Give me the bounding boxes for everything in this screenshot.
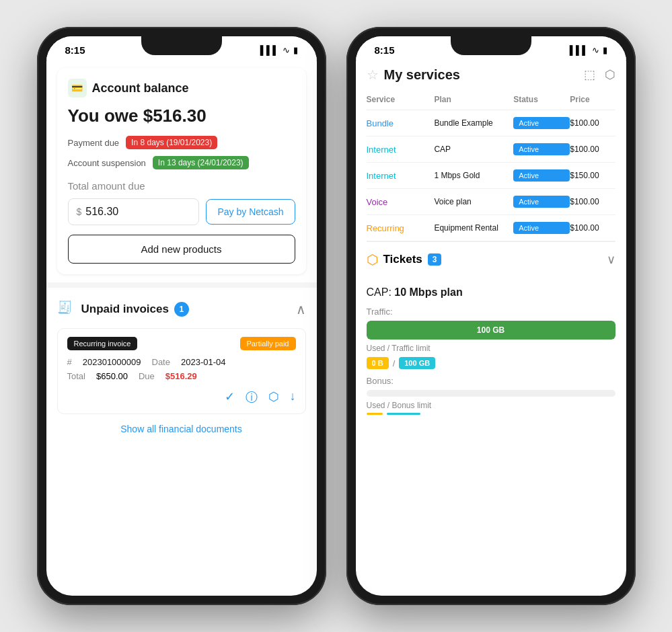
divider bbox=[46, 282, 317, 288]
collapse-icon[interactable]: ∧ bbox=[296, 301, 306, 317]
plan-equipment: Equipment Rental bbox=[434, 223, 513, 233]
battery-icon: ▮ bbox=[293, 45, 298, 55]
invoice-actions: ✓ ⓘ ⬡ ↓ bbox=[67, 389, 296, 405]
services-header-left: ☆ My services bbox=[367, 67, 460, 83]
invoices-section: 🧾 Unpaid invoices 1 ∧ Recurring invoice … bbox=[46, 290, 317, 444]
phones-container: 8:15 ▌▌▌ ∿ ▮ 💳 Account balance You owe $… bbox=[37, 27, 636, 605]
traffic-progress-container: 100 GB bbox=[367, 321, 615, 340]
invoice-number-hash: # bbox=[67, 357, 72, 367]
chart-icon[interactable]: ⬚ bbox=[584, 67, 595, 82]
price-recurring: $100.00 bbox=[570, 223, 615, 233]
payment-due-label: Payment due bbox=[68, 138, 120, 148]
header-actions: ⬚ ⬡ bbox=[584, 67, 615, 82]
status-bundle: Active bbox=[513, 117, 570, 129]
total-label-inv: Total bbox=[67, 371, 85, 381]
bonus-underline bbox=[367, 413, 615, 415]
account-balance-card: 💳 Account balance You owe $516.30 Paymen… bbox=[57, 68, 306, 274]
status-internet2: Active bbox=[513, 169, 570, 182]
notch-left bbox=[141, 36, 222, 55]
download-icon[interactable]: ↓ bbox=[290, 389, 296, 405]
tickets-title: Tickets bbox=[383, 253, 422, 266]
price-internet1: $100.00 bbox=[570, 145, 615, 154]
invoice-tags: Recurring invoice Partially paid bbox=[67, 337, 296, 350]
invoice-total: $650.00 bbox=[96, 371, 128, 381]
col-status: Status bbox=[513, 95, 570, 104]
services-header: ☆ My services ⬚ ⬡ bbox=[356, 60, 626, 91]
invoices-title: Unpaid invoices bbox=[81, 303, 169, 316]
invoices-header-left: 🧾 Unpaid invoices 1 bbox=[57, 300, 189, 319]
left-content: 💳 Account balance You owe $516.30 Paymen… bbox=[46, 60, 317, 596]
table-row[interactable]: Bundle Bundle Example Active $100.00 bbox=[367, 110, 615, 136]
service-name-internet1: Internet bbox=[367, 145, 435, 155]
invoice-card: Recurring invoice Partially paid # 20230… bbox=[57, 328, 306, 414]
col-service: Service bbox=[367, 95, 435, 104]
traffic-value: 100 GB bbox=[477, 325, 505, 335]
cap-plan-name: 10 Mbps plan bbox=[394, 286, 462, 298]
limit-badge: 100 GB bbox=[399, 357, 435, 369]
table-row[interactable]: Voice Voice plan Active $100.00 bbox=[367, 189, 615, 215]
amount-value-display: $516.30 bbox=[143, 106, 207, 126]
table-row[interactable]: Internet CAP Active $100.00 bbox=[367, 136, 615, 163]
tickets-icon: ⬡ bbox=[367, 251, 378, 268]
suspension-row: Account suspension In 13 days (24/01/202… bbox=[68, 156, 295, 169]
show-all-link[interactable]: Show all financial documents bbox=[57, 424, 306, 434]
export-icon[interactable]: ⬡ bbox=[605, 67, 615, 82]
total-amount-label: Total amount due bbox=[68, 180, 295, 192]
pay-netcash-button[interactable]: Pay by Netcash bbox=[206, 199, 295, 225]
checkmark-icon[interactable]: ✓ bbox=[225, 389, 235, 405]
amount-input[interactable]: $ 516.30 bbox=[68, 198, 200, 225]
star-icon[interactable]: ☆ bbox=[367, 67, 379, 83]
input-amount: 516.30 bbox=[85, 206, 118, 218]
services-table-wrapper: Service Plan Status Price Bundle Bundle … bbox=[356, 91, 626, 241]
invoices-header: 🧾 Unpaid invoices 1 ∧ bbox=[57, 300, 306, 319]
col-plan: Plan bbox=[434, 95, 513, 104]
suspension-badge: In 13 days (24/01/2023) bbox=[153, 156, 249, 169]
partial-tag: Partially paid bbox=[240, 337, 296, 350]
invoice-date-label: Date bbox=[152, 357, 170, 367]
wifi-icon: ∿ bbox=[283, 45, 290, 55]
balance-title: Account balance bbox=[92, 81, 189, 95]
plan-cap: CAP bbox=[434, 145, 513, 154]
time-left: 8:15 bbox=[65, 44, 85, 56]
used-badge: 0 B bbox=[367, 357, 389, 369]
tickets-left: ⬡ Tickets 3 bbox=[367, 251, 442, 268]
recurring-tag: Recurring invoice bbox=[67, 337, 138, 350]
chevron-icon[interactable]: ∨ bbox=[607, 252, 615, 267]
used-bonus-label: Used / Bonus limit bbox=[367, 401, 615, 410]
plan-voice: Voice plan bbox=[434, 197, 513, 206]
payment-due-row: Payment due In 8 days (19/01/2023) bbox=[68, 136, 295, 149]
traffic-progress-bar: 100 GB bbox=[367, 321, 615, 340]
services-title: My services bbox=[384, 67, 460, 83]
signal-icon: ▌▌▌ bbox=[260, 45, 279, 55]
status-icons-right: ▌▌▌ ∿ ▮ bbox=[570, 45, 607, 55]
payment-due-badge: In 8 days (19/01/2023) bbox=[126, 136, 217, 149]
time-right: 8:15 bbox=[375, 44, 395, 56]
cap-section: CAP: 10 Mbps plan Traffic: 100 GB Used /… bbox=[356, 277, 626, 424]
due-label-inv: Due bbox=[139, 371, 155, 381]
table-row[interactable]: Internet 1 Mbps Gold Active $150.00 bbox=[367, 163, 615, 189]
amount-due-label: You owe bbox=[68, 106, 143, 126]
bonus-bar bbox=[367, 390, 615, 397]
tickets-section: ⬡ Tickets 3 ∨ bbox=[367, 241, 615, 277]
balance-icon: 💳 bbox=[68, 79, 87, 97]
share-icon[interactable]: ⬡ bbox=[268, 389, 279, 405]
service-name-bundle: Bundle bbox=[367, 118, 435, 128]
table-header: Service Plan Status Price bbox=[367, 91, 615, 110]
left-screen: 8:15 ▌▌▌ ∿ ▮ 💳 Account balance You owe $… bbox=[46, 36, 317, 596]
used-badges: 0 B / 100 GB bbox=[367, 357, 615, 369]
underline-yellow bbox=[367, 413, 383, 415]
battery-icon-r: ▮ bbox=[603, 45, 607, 55]
used-traffic-label: Used / Traffic limit bbox=[367, 344, 615, 353]
invoice-due: $516.29 bbox=[165, 371, 197, 381]
tickets-header[interactable]: ⬡ Tickets 3 ∨ bbox=[367, 251, 615, 268]
signal-icon-r: ▌▌▌ bbox=[570, 45, 589, 55]
info-icon[interactable]: ⓘ bbox=[246, 389, 258, 405]
price-bundle: $100.00 bbox=[570, 118, 615, 128]
status-icons-left: ▌▌▌ ∿ ▮ bbox=[260, 45, 298, 55]
right-phone: 8:15 ▌▌▌ ∿ ▮ ☆ My services ⬚ ⬡ bbox=[346, 27, 636, 605]
service-name-internet2: Internet bbox=[367, 171, 435, 181]
amount-due: You owe $516.30 bbox=[68, 106, 295, 126]
table-row[interactable]: Recurring Equipment Rental Active $100.0… bbox=[367, 215, 615, 241]
price-internet2: $150.00 bbox=[570, 171, 615, 180]
add-products-button[interactable]: Add new products bbox=[68, 235, 295, 264]
